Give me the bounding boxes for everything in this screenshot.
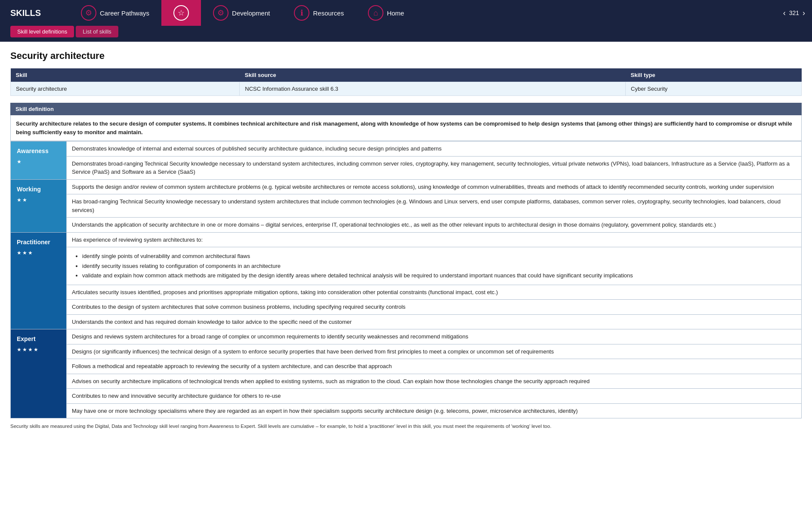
desc-cell: Demonstrates knowledge of internal and e…	[67, 141, 802, 157]
level-row: Follows a methodical and repeatable appr…	[11, 359, 802, 374]
nav-label-resources: Resources	[313, 9, 344, 17]
page-number: 321	[789, 9, 799, 16]
desc-cell: Contributes to new and innovative securi…	[67, 389, 802, 404]
level-row: Expert★★★★Designs and reviews system arc…	[11, 329, 802, 344]
level-row: Has broad-ranging Technical Security kno…	[11, 194, 802, 218]
resources-icon: ℹ	[294, 5, 309, 21]
prev-arrow[interactable]: ‹	[783, 9, 786, 18]
tab-skill-level-definitions[interactable]: Skill level definitions	[10, 26, 74, 37]
sub-tabs: Skill level definitions List of skills	[0, 26, 812, 42]
desc-cell: Follows a methodical and repeatable appr…	[67, 359, 802, 374]
level-cell-awareness: Awareness★	[11, 141, 67, 180]
page-title: Security architecture	[10, 50, 802, 61]
list-item: identify single points of vulnerability …	[82, 252, 796, 261]
development-icon: ⚙	[213, 5, 228, 21]
level-stars: ★★	[17, 197, 28, 203]
level-row: Working★★Supports the design and/or revi…	[11, 179, 802, 194]
footnote: Security skills are measured using the D…	[10, 423, 802, 430]
col-skill-source: Skill source	[240, 68, 626, 82]
skill-def-body: Security architecture relates to the sec…	[10, 115, 802, 141]
nav-items: ⚙ Career Pathways ☆ ⚙ Development ℹ Reso…	[69, 0, 776, 26]
cell-skill-source: NCSC Information Assurance skill 6.3	[240, 82, 626, 96]
desc-cell: Supports the design and/or review of com…	[67, 179, 802, 194]
level-stars: ★	[17, 159, 22, 165]
level-row: Understands the application of security …	[11, 218, 802, 233]
next-arrow[interactable]: ›	[803, 9, 805, 18]
cell-skill-type: Cyber Security	[626, 82, 802, 96]
desc-cell: Designs and reviews system architectures…	[67, 329, 802, 344]
col-skill: Skill	[11, 68, 240, 82]
level-row: Awareness★Demonstrates knowledge of inte…	[11, 141, 802, 157]
level-cell-expert: Expert★★★★	[11, 329, 67, 418]
nav-item-career-pathways[interactable]: ⚙ Career Pathways	[69, 0, 161, 26]
nav-item-home[interactable]: ⌂ Home	[356, 0, 416, 26]
nav-item-resources[interactable]: ℹ Resources	[282, 0, 356, 26]
nav-label-development: Development	[232, 9, 270, 17]
desc-cell: Demonstrates broad-ranging Technical Sec…	[67, 156, 802, 179]
desc-cell: Contributes to the design of system arch…	[67, 300, 802, 315]
level-name: Practitioner	[17, 238, 60, 247]
level-row: Advises on security architecture implica…	[11, 374, 802, 389]
favorites-icon: ☆	[173, 5, 189, 21]
desc-cell: Advises on security architecture implica…	[67, 374, 802, 389]
nav-item-favorites[interactable]: ☆	[161, 0, 201, 26]
career-pathways-icon: ⚙	[81, 5, 96, 21]
level-table: Awareness★Demonstrates knowledge of inte…	[10, 141, 802, 418]
desc-cell: Has broad-ranging Technical Security kno…	[67, 194, 802, 218]
level-row: Practitioner★★★Has experience of reviewi…	[11, 232, 802, 247]
level-row: Contributes to the design of system arch…	[11, 300, 802, 315]
tab-list-of-skills[interactable]: List of skills	[76, 26, 118, 37]
desc-cell: Understands the application of security …	[67, 218, 802, 233]
desc-cell: Understands the context and has required…	[67, 314, 802, 329]
level-name: Working	[17, 185, 60, 194]
level-row: Articulates security issues identified, …	[11, 285, 802, 300]
level-row: Designs (or significantly influences) th…	[11, 344, 802, 359]
main-content: Security architecture Skill Skill source…	[0, 42, 812, 439]
level-cell-practitioner: Practitioner★★★	[11, 232, 67, 329]
level-cell-working: Working★★	[11, 179, 67, 232]
level-stars: ★★★★	[17, 347, 39, 353]
level-stars: ★★★	[17, 250, 34, 256]
list-item: validate and explain how common attack m…	[82, 271, 796, 280]
table-row: Security architecture NCSC Information A…	[11, 82, 802, 96]
level-row: Understands the context and has required…	[11, 314, 802, 329]
level-name: Expert	[17, 335, 60, 344]
nav-label-career-pathways: Career Pathways	[100, 9, 149, 17]
desc-cell: May have one or more technology speciali…	[67, 403, 802, 418]
nav-label-home: Home	[387, 9, 404, 17]
desc-cell: Articulates security issues identified, …	[67, 285, 802, 300]
level-row: May have one or more technology speciali…	[11, 403, 802, 418]
skill-definition: Skill definition Security architecture r…	[10, 103, 802, 141]
list-item: identify security issues relating to con…	[82, 262, 796, 270]
cell-skill: Security architecture	[11, 82, 240, 96]
level-name: Awareness	[17, 147, 60, 156]
level-row: Demonstrates broad-ranging Technical Sec…	[11, 156, 802, 179]
desc-cell: Designs (or significantly influences) th…	[67, 344, 802, 359]
nav-pagination: ‹ 321 ›	[776, 0, 812, 26]
home-icon: ⌂	[368, 5, 383, 21]
col-skill-type: Skill type	[626, 68, 802, 82]
nav-bar: SKILLS ⚙ Career Pathways ☆ ⚙ Development…	[0, 0, 812, 26]
desc-cell: Has experience of reviewing system archi…	[67, 232, 802, 247]
skills-table: Skill Skill source Skill type Security a…	[10, 68, 802, 96]
skill-def-header: Skill definition	[10, 103, 802, 115]
level-row: identify single points of vulnerability …	[11, 247, 802, 285]
level-row: Contributes to new and innovative securi…	[11, 389, 802, 404]
nav-item-development[interactable]: ⚙ Development	[201, 0, 282, 26]
desc-cell: identify single points of vulnerability …	[67, 247, 802, 285]
brand-logo: SKILLS	[0, 0, 69, 26]
